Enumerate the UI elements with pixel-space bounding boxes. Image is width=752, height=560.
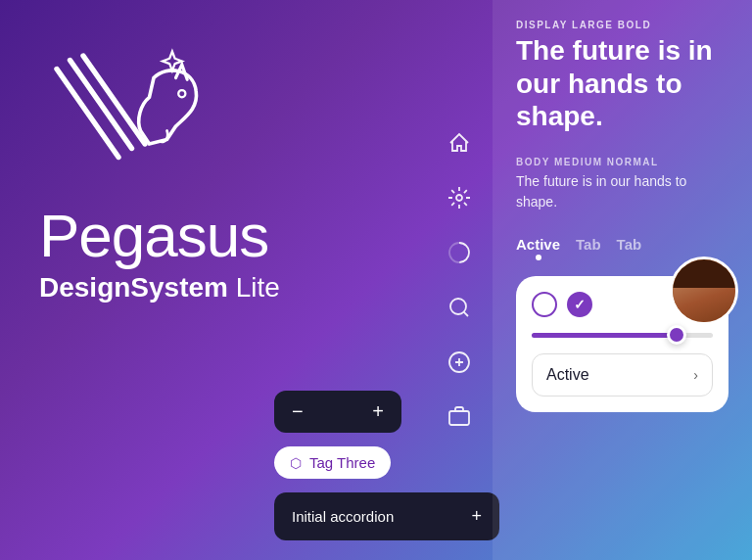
brand-subtitle-light: Lite — [228, 272, 280, 303]
logo-area — [39, 39, 215, 196]
brand-name: Pegasus — [39, 206, 280, 266]
white-card: Active › — [516, 276, 728, 412]
tab-active[interactable]: Active — [516, 236, 560, 257]
slider-container[interactable] — [532, 331, 713, 340]
svg-line-2 — [83, 56, 145, 144]
panel-heading: The future is in our hands to shape. — [516, 34, 728, 133]
tab-2[interactable]: Tab — [617, 236, 642, 257]
body-label: BODY MEDIUM NORMAL — [516, 157, 728, 167]
brand-subtitle-bold: DesignSystem — [39, 272, 228, 303]
svg-point-5 — [450, 299, 466, 314]
stepper-component[interactable]: − + — [274, 391, 401, 433]
pegasus-logo — [39, 39, 215, 196]
nav-icons — [446, 0, 473, 560]
tag-label: Tag Three — [309, 454, 375, 471]
brand-text: Pegasus DesignSystem Lite — [39, 206, 280, 303]
accordion-label: Initial accordion — [292, 508, 394, 525]
stepper-minus[interactable]: − — [292, 400, 304, 423]
tab-1[interactable]: Tab — [576, 236, 601, 257]
slider-thumb[interactable] — [667, 325, 686, 345]
main-container: Pegasus DesignSystem Lite − + ⬡ Tag Thre… — [0, 0, 752, 560]
brand-subtitle: DesignSystem Lite — [39, 272, 280, 303]
slider-fill — [532, 333, 677, 338]
search-icon[interactable] — [446, 294, 473, 321]
avatar-face — [673, 259, 735, 322]
tag-component[interactable]: ⬡ Tag Three — [274, 446, 391, 479]
right-panel: DISPLAY LARGE BOLD The future is in our … — [493, 0, 752, 560]
radio-unchecked[interactable] — [532, 292, 557, 317]
panel-body-text: The future is in our hands to shape. — [516, 171, 728, 212]
loader-icon[interactable] — [446, 239, 473, 266]
card-icon[interactable] — [446, 403, 473, 431]
accordion-expand-icon[interactable]: + — [471, 506, 482, 527]
dropdown[interactable]: Active › — [532, 353, 713, 397]
svg-rect-7 — [449, 411, 469, 425]
svg-point-4 — [456, 195, 462, 201]
plus-circle-icon[interactable] — [446, 349, 473, 376]
avatar — [670, 257, 738, 325]
radio-checked[interactable] — [567, 292, 592, 317]
dropdown-label: Active — [546, 366, 589, 384]
tabs-row: Active Tab Tab — [516, 236, 728, 257]
tag-icon: ⬡ — [290, 455, 302, 471]
home-icon[interactable] — [446, 129, 473, 157]
chevron-right-icon: › — [693, 367, 698, 383]
settings-icon[interactable] — [446, 184, 473, 211]
display-label: DISPLAY LARGE BOLD — [516, 20, 728, 30]
slider-track — [532, 333, 713, 338]
svg-point-3 — [178, 90, 185, 97]
stepper-plus[interactable]: + — [372, 400, 384, 423]
